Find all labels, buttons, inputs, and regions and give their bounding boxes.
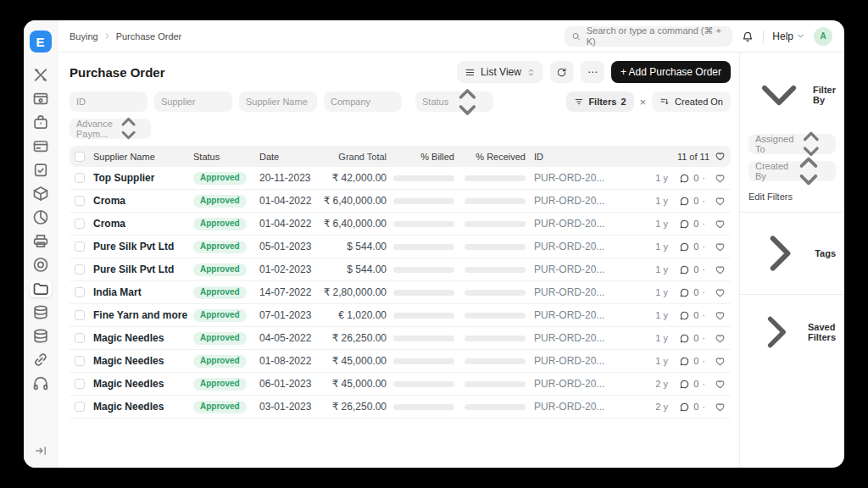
- like-cell[interactable]: [707, 264, 726, 275]
- comments-cell[interactable]: 0 ·: [668, 241, 707, 252]
- like-cell[interactable]: [707, 287, 726, 298]
- target-icon[interactable]: [30, 256, 52, 274]
- row-checkbox[interactable]: [75, 379, 85, 389]
- order-id[interactable]: PUR-ORD-20...: [531, 286, 643, 298]
- comments-cell[interactable]: 0 ·: [668, 287, 707, 298]
- col-grand-total[interactable]: Grand Total: [320, 152, 392, 162]
- box-icon[interactable]: [30, 185, 52, 202]
- order-id[interactable]: PUR-ORD-20...: [531, 378, 643, 390]
- edit-filters-link[interactable]: Edit Filters: [748, 188, 836, 212]
- col-date[interactable]: Date: [259, 152, 320, 162]
- breadcrumb-purchase-order[interactable]: Purchase Order: [116, 31, 182, 42]
- table-row[interactable]: Magic Needles Approved 01-08-2022 ₹ 45,0…: [70, 350, 731, 373]
- archive-icon[interactable]: [30, 90, 52, 108]
- comments-cell[interactable]: 0 ·: [668, 333, 707, 344]
- like-cell[interactable]: [707, 379, 726, 390]
- database-icon[interactable]: [30, 303, 52, 321]
- link-icon[interactable]: [30, 351, 52, 369]
- order-id[interactable]: PUR-ORD-20...: [531, 172, 643, 184]
- supplier-name[interactable]: Top Supplier: [90, 172, 193, 184]
- row-checkbox[interactable]: [75, 356, 85, 366]
- clear-filters-icon[interactable]: ×: [640, 97, 647, 108]
- filter-advance-payment-select[interactable]: Advance Paym...: [70, 119, 151, 139]
- comments-cell[interactable]: 0 ·: [668, 219, 707, 230]
- help-menu[interactable]: Help: [772, 30, 805, 42]
- order-id[interactable]: PUR-ORD-20...: [531, 309, 643, 321]
- col-status[interactable]: Status: [193, 152, 259, 162]
- supplier-name[interactable]: Magic Needles: [90, 401, 193, 413]
- created-by-select[interactable]: Created By: [748, 161, 836, 181]
- sidebar-expand-icon[interactable]: [34, 444, 47, 458]
- order-id[interactable]: PUR-ORD-20...: [531, 218, 643, 230]
- comments-cell[interactable]: 0 ·: [668, 173, 707, 184]
- clipboard-icon[interactable]: [30, 161, 52, 179]
- like-cell[interactable]: [707, 219, 726, 230]
- pie-chart-icon[interactable]: [30, 208, 52, 226]
- col-percent-billed[interactable]: % Billed: [392, 152, 459, 162]
- like-cell[interactable]: [707, 196, 726, 207]
- order-id[interactable]: PUR-ORD-20...: [531, 263, 643, 275]
- table-row[interactable]: Fine Yarn and more Approved 07-01-2023 €…: [70, 304, 731, 327]
- refresh-button[interactable]: [550, 61, 574, 83]
- filters-applied-button[interactable]: Filters 2: [566, 92, 633, 112]
- app-logo[interactable]: E: [30, 30, 52, 53]
- breadcrumb-buying[interactable]: Buying: [70, 31, 98, 42]
- like-cell[interactable]: [707, 241, 726, 252]
- row-checkbox[interactable]: [75, 333, 85, 343]
- filter-by-section[interactable]: Filter By: [748, 61, 836, 134]
- row-checkbox[interactable]: [75, 402, 85, 412]
- supplier-name[interactable]: Pure Silk Pvt Ltd: [90, 263, 193, 275]
- row-checkbox[interactable]: [75, 310, 85, 320]
- supplier-name[interactable]: Pure Silk Pvt Ltd: [90, 241, 193, 252]
- table-row[interactable]: Top Supplier Approved 20-11-2023 ₹ 42,00…: [70, 167, 731, 190]
- table-row[interactable]: Magic Needles Approved 06-01-2023 ₹ 45,0…: [70, 373, 731, 396]
- printer-icon[interactable]: [30, 232, 52, 250]
- col-percent-received[interactable]: % Received: [459, 152, 531, 162]
- headphones-icon[interactable]: [30, 374, 52, 392]
- avatar[interactable]: A: [814, 27, 832, 46]
- row-checkbox[interactable]: [75, 219, 85, 229]
- row-checkbox[interactable]: [75, 196, 85, 206]
- table-row[interactable]: India Mart Approved 14-07-2022 ₹ 2,80,00…: [70, 281, 731, 304]
- supplier-name[interactable]: Magic Needles: [90, 332, 193, 344]
- more-options-button[interactable]: ⋯: [581, 61, 604, 83]
- row-checkbox[interactable]: [75, 264, 85, 274]
- supplier-name[interactable]: Croma: [90, 195, 193, 207]
- col-id[interactable]: ID: [531, 152, 643, 162]
- row-checkbox[interactable]: [75, 173, 85, 183]
- heart-icon[interactable]: [715, 151, 726, 162]
- bag-icon[interactable]: [30, 114, 52, 131]
- like-cell[interactable]: [707, 402, 726, 413]
- like-cell[interactable]: [707, 310, 726, 321]
- card-icon[interactable]: [30, 137, 52, 155]
- comments-cell[interactable]: 0 ·: [668, 379, 707, 390]
- col-supplier-name[interactable]: Supplier Name: [90, 152, 193, 162]
- like-cell[interactable]: [707, 173, 726, 184]
- comments-cell[interactable]: 0 ·: [668, 196, 707, 207]
- search-input[interactable]: Search or type a command (⌘ + K): [565, 26, 732, 47]
- comments-cell[interactable]: 0 ·: [668, 356, 707, 367]
- order-id[interactable]: PUR-ORD-20...: [531, 355, 643, 367]
- supplier-name[interactable]: Magic Needles: [90, 378, 193, 390]
- table-row[interactable]: Croma Approved 01-04-2022 ₹ 6,40,000.00 …: [70, 190, 731, 213]
- table-row[interactable]: Pure Silk Pvt Ltd Approved 01-02-2023 $ …: [70, 258, 731, 281]
- tags-section[interactable]: Tags: [740, 212, 844, 294]
- supplier-name[interactable]: India Mart: [90, 286, 193, 298]
- comments-cell[interactable]: 0 ·: [668, 264, 707, 275]
- notification-bell-icon[interactable]: [741, 30, 754, 43]
- folder-icon[interactable]: [30, 280, 52, 297]
- table-row[interactable]: Magic Needles Approved 04-05-2022 ₹ 26,2…: [70, 327, 731, 350]
- comments-cell[interactable]: 0 ·: [668, 402, 707, 413]
- select-all-checkbox[interactable]: [75, 152, 85, 162]
- supplier-name[interactable]: Croma: [90, 218, 193, 230]
- order-id[interactable]: PUR-ORD-20...: [531, 332, 643, 344]
- list-view-selector[interactable]: List View: [457, 61, 543, 83]
- table-row[interactable]: Croma Approved 01-04-2022 ₹ 6,40,000.00 …: [70, 213, 731, 236]
- tools-icon[interactable]: [30, 66, 52, 84]
- row-checkbox[interactable]: [75, 241, 85, 252]
- supplier-name[interactable]: Fine Yarn and more: [90, 309, 193, 321]
- like-cell[interactable]: [707, 356, 726, 367]
- like-cell[interactable]: [707, 333, 726, 344]
- table-row[interactable]: Pure Silk Pvt Ltd Approved 05-01-2023 $ …: [70, 236, 731, 258]
- order-id[interactable]: PUR-ORD-20...: [531, 195, 643, 207]
